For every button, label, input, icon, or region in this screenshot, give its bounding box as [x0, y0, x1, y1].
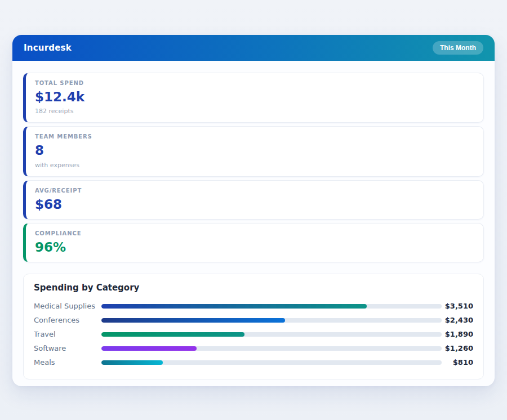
- bar-fill: [101, 346, 197, 351]
- stat-label: TOTAL SPEND: [35, 80, 474, 86]
- bar-fill: [101, 360, 163, 365]
- stat-card-team-members: TEAM MEMBERS 8 with expenses: [23, 126, 484, 176]
- dashboard-body: TOTAL SPEND $12.4k 182 receipts TEAM MEM…: [12, 61, 495, 379]
- stat-value: 8: [35, 144, 474, 158]
- category-value: $3,510: [442, 302, 473, 310]
- chart-row: Conferences$2,430: [34, 313, 473, 327]
- period-badge[interactable]: This Month: [433, 41, 483, 55]
- category-value: $810: [442, 358, 473, 367]
- stat-card-total-spend: TOTAL SPEND $12.4k 182 receipts: [23, 73, 484, 123]
- bar-track: [101, 360, 442, 365]
- bar-track: [101, 318, 442, 323]
- stat-value: $12.4k: [35, 90, 474, 104]
- stat-card-avg-receipt: AVG/RECEIPT $68: [23, 180, 484, 220]
- stat-subtext: 182 receipts: [35, 108, 474, 115]
- chart-title: Spending by Category: [34, 283, 473, 293]
- spending-by-category-chart: Spending by Category Medical Supplies$3,…: [23, 274, 484, 379]
- category-value: $2,430: [442, 316, 473, 324]
- stat-subtext: with expenses: [35, 162, 474, 169]
- app-title: Incurdesk: [24, 43, 72, 53]
- category-label: Meals: [34, 358, 101, 367]
- stat-label: AVG/RECEIPT: [35, 187, 474, 194]
- bar-fill: [101, 318, 285, 323]
- app-header: Incurdesk This Month: [12, 35, 495, 61]
- chart-row: Travel$1,890: [34, 327, 473, 341]
- stat-label: TEAM MEMBERS: [35, 133, 474, 140]
- stat-value: $68: [35, 198, 474, 212]
- category-value: $1,260: [442, 344, 473, 352]
- bar-fill: [101, 332, 244, 337]
- chart-row: Software$1,260: [34, 341, 473, 355]
- bar-track: [101, 346, 442, 351]
- category-label: Medical Supplies: [34, 302, 101, 310]
- category-label: Conferences: [34, 316, 101, 324]
- category-bar-list: Medical Supplies$3,510Conferences$2,430T…: [34, 299, 473, 369]
- stat-card-compliance: COMPLIANCE 96%: [23, 223, 484, 262]
- dashboard-card: Incurdesk This Month TOTAL SPEND $12.4k …: [12, 35, 495, 386]
- chart-row: Meals$810: [34, 355, 473, 369]
- bar-track: [101, 332, 442, 337]
- bar-track: [101, 304, 442, 309]
- category-label: Travel: [34, 330, 101, 338]
- category-label: Software: [34, 344, 101, 352]
- stat-value: 96%: [35, 240, 474, 254]
- stat-label: COMPLIANCE: [35, 230, 474, 236]
- category-value: $1,890: [442, 330, 473, 338]
- bar-fill: [101, 304, 367, 309]
- chart-row: Medical Supplies$3,510: [34, 299, 473, 313]
